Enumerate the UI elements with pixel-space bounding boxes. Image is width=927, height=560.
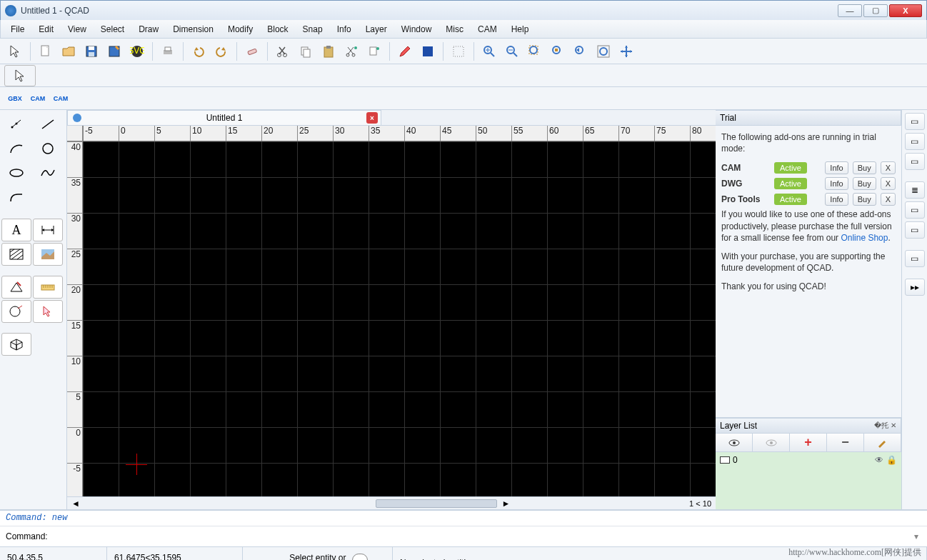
panel-toggle-4[interactable]: ≣	[905, 181, 925, 199]
eraser-button[interactable]	[241, 41, 263, 62]
menu-draw[interactable]: Draw	[131, 21, 166, 37]
arc-tool[interactable]	[1, 137, 31, 160]
open-file-button[interactable]	[58, 41, 79, 62]
zoom-auto-button[interactable]	[524, 41, 546, 62]
save-button[interactable]	[81, 41, 102, 62]
layer-color-button[interactable]	[417, 41, 439, 62]
hatch-tool[interactable]	[1, 243, 31, 266]
menu-block[interactable]: Block	[260, 21, 295, 37]
pointer-secondary-button[interactable]	[4, 65, 36, 86]
save-as-button[interactable]	[104, 41, 125, 62]
offset-tool[interactable]	[1, 300, 31, 323]
zoom-in-button[interactable]	[478, 41, 500, 62]
menu-dimension[interactable]: Dimension	[166, 21, 221, 37]
point-tool[interactable]	[1, 113, 31, 136]
redo-button[interactable]	[211, 41, 232, 62]
menu-cam[interactable]: CAM	[471, 21, 504, 37]
menu-info[interactable]: Info	[330, 21, 359, 37]
copy-button[interactable]	[295, 41, 316, 62]
horizontal-scrollbar[interactable]: ◄ ► 1 < 10	[67, 496, 716, 509]
line-tool[interactable]	[33, 113, 63, 136]
print-button[interactable]	[157, 41, 179, 62]
layer-hide-all-button[interactable]	[753, 434, 790, 451]
layer-show-all-button[interactable]	[716, 434, 753, 451]
cam-export-button[interactable]: CAM	[27, 88, 49, 109]
select-tool[interactable]	[33, 300, 63, 323]
addon-buy-button[interactable]: Buy	[853, 161, 876, 174]
addon-info-button[interactable]: Info	[825, 193, 848, 206]
addon-buy-button[interactable]: Buy	[853, 177, 876, 190]
new-file-button[interactable]	[35, 41, 56, 62]
document-tab[interactable]: Untitled 1 ×	[67, 110, 381, 125]
ruler-tool[interactable]	[33, 276, 63, 299]
undo-button[interactable]	[188, 41, 209, 62]
addon-info-button[interactable]: Info	[825, 161, 848, 174]
addon-dismiss-button[interactable]: X	[881, 193, 896, 206]
layer-list[interactable]: 0 👁 🔒	[716, 452, 901, 509]
panel-toggle-5[interactable]: ▭	[905, 201, 925, 219]
addon-dismiss-button[interactable]: X	[881, 177, 896, 190]
menu-layer[interactable]: Layer	[359, 21, 394, 37]
menu-snap[interactable]: Snap	[296, 21, 330, 37]
layer-edit-button[interactable]	[864, 434, 901, 451]
pointer-tool-button[interactable]	[4, 41, 26, 62]
paste-button[interactable]	[318, 41, 339, 62]
layer-panel-header[interactable]: Layer List �托 ✕	[716, 418, 901, 434]
zoom-selection-button[interactable]	[547, 41, 568, 62]
close-button[interactable]: X	[889, 4, 922, 17]
grid-toggle-button[interactable]	[448, 41, 469, 62]
menu-edit[interactable]: Edit	[31, 21, 61, 37]
menu-select[interactable]: Select	[94, 21, 131, 37]
image-tool[interactable]	[33, 243, 63, 266]
zoom-previous-button[interactable]	[570, 41, 591, 62]
isometric-tool[interactable]	[1, 333, 31, 356]
dimension-tool[interactable]	[33, 219, 63, 241]
panel-toggle-6[interactable]: ▭	[905, 221, 925, 239]
export-svg-button[interactable]: SVG	[126, 41, 148, 62]
menu-view[interactable]: View	[61, 21, 94, 37]
addon-dismiss-button[interactable]: X	[881, 161, 896, 174]
horizontal-ruler: -505101520253035404550556065707580	[83, 126, 716, 141]
panel-toggle-3[interactable]: ▭	[905, 153, 925, 170]
addon-row: CAMActiveInfoBuyX	[721, 161, 896, 174]
command-dropdown-icon[interactable]: ▾	[911, 531, 921, 541]
cam-gbx-button[interactable]: GBX	[4, 88, 26, 109]
zoom-window-button[interactable]	[593, 41, 614, 62]
addon-buy-button[interactable]: Buy	[853, 193, 876, 206]
document-tab-close[interactable]: ×	[366, 112, 378, 124]
ellipse-tool[interactable]	[1, 161, 31, 184]
layer-visible-icon[interactable]: 👁	[875, 455, 883, 465]
layer-remove-button[interactable]: −	[827, 434, 864, 451]
addon-info-button[interactable]: Info	[825, 177, 848, 190]
layer-add-button[interactable]: +	[790, 434, 827, 451]
text-tool[interactable]: A	[1, 219, 31, 241]
polyline-tool[interactable]	[1, 186, 31, 209]
command-input[interactable]	[51, 531, 911, 541]
cam-import-button[interactable]: CAM	[50, 88, 71, 109]
online-shop-link[interactable]: Online Shop	[841, 233, 888, 243]
minimize-button[interactable]: —	[838, 4, 862, 17]
menu-window[interactable]: Window	[394, 21, 439, 37]
spline-tool[interactable]	[33, 161, 63, 184]
construction-tool[interactable]	[1, 276, 31, 299]
menu-misc[interactable]: Misc	[439, 21, 471, 37]
pencil-button[interactable]	[394, 41, 416, 62]
panel-toggle-1[interactable]: ▭	[905, 113, 925, 130]
pan-button[interactable]	[616, 41, 637, 62]
cut-button[interactable]	[272, 41, 294, 62]
drawing-canvas[interactable]	[83, 141, 716, 496]
menu-file[interactable]: File	[4, 21, 31, 37]
maximize-button[interactable]: ▢	[863, 4, 888, 17]
menu-modify[interactable]: Modify	[221, 21, 260, 37]
panel-toggle-2[interactable]: ▭	[905, 133, 925, 150]
zoom-out-button[interactable]	[501, 41, 523, 62]
layer-row[interactable]: 0 👁 🔒	[717, 454, 900, 466]
copy-ref-button[interactable]	[364, 41, 385, 62]
circle-tool[interactable]	[33, 137, 63, 160]
panel-toggle-7[interactable]: ▭	[905, 250, 925, 267]
menu-help[interactable]: Help	[504, 21, 536, 37]
cut-ref-button[interactable]	[341, 41, 362, 62]
panel-toggle-8[interactable]: ▸▸	[905, 279, 925, 296]
layer-lock-icon[interactable]: 🔒	[886, 455, 897, 465]
layer-panel-controls[interactable]: �托 ✕	[874, 421, 896, 431]
